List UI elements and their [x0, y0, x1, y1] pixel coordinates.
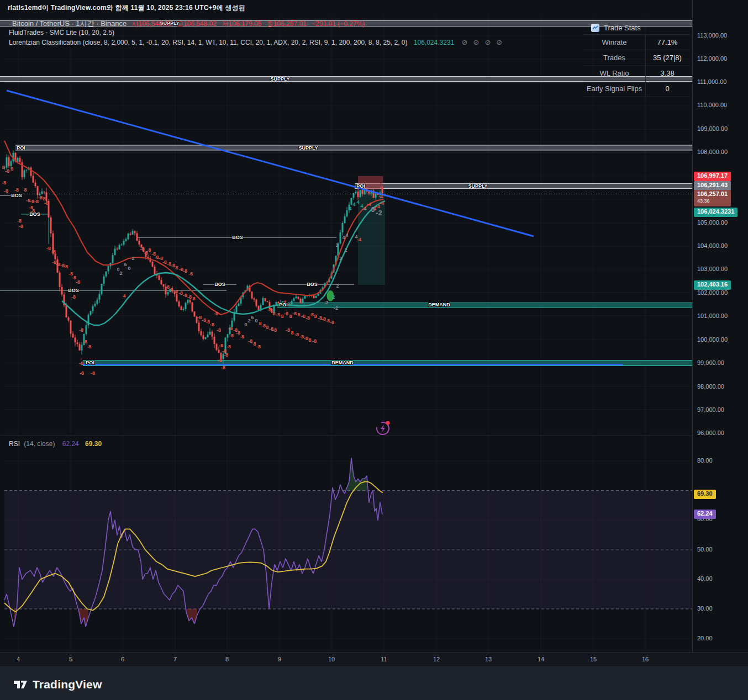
svg-text:-2: -2 — [334, 305, 338, 311]
svg-text:-8: -8 — [151, 251, 156, 257]
price-axis-tick: 104,000.00 — [697, 242, 728, 249]
svg-text:-8: -8 — [173, 289, 178, 294]
rsi-axis-tick: 50.00 — [697, 546, 713, 553]
symbol-title[interactable]: Bitcoin / TetherUS · 1시간 · Binance — [12, 19, 127, 28]
rsi-axis[interactable]: 80.0060.0050.0040.0030.0020.0069.3062.24 — [693, 436, 748, 652]
svg-text:-8: -8 — [229, 333, 234, 338]
time-axis-label: 8 — [225, 656, 229, 662]
trade-stats-value: 3.38 — [645, 66, 689, 81]
svg-text:POI: POI — [86, 360, 94, 365]
svg-text:2: 2 — [344, 247, 347, 253]
svg-text:8: 8 — [253, 341, 256, 347]
ohlc-low: 저106,179.05 — [222, 20, 261, 28]
ohlc-close: 종106,257.01 — [267, 20, 307, 28]
chart-canvas[interactable]: 8-8-8-88-88-8-8-8-88-8-8-8-8-8-8-8-8-8-8… — [0, 0, 748, 700]
trade-stats-label: WL Ratio — [583, 69, 645, 77]
svg-text:-8: -8 — [248, 338, 252, 344]
svg-text:-8: -8 — [56, 262, 60, 267]
svg-text:-8: -8 — [272, 327, 277, 333]
svg-text:4: 4 — [360, 203, 363, 209]
svg-text:-8: -8 — [44, 200, 49, 206]
svg-text:2: 2 — [247, 318, 250, 324]
indicator-smc-title[interactable]: FluidTrades - SMC Lite (10, 20, 2.5) — [9, 29, 114, 36]
svg-text:-8: -8 — [286, 327, 290, 333]
svg-text:-8: -8 — [206, 319, 210, 325]
svg-text:8: 8 — [192, 296, 195, 301]
trade-stats-row: Winrate77.1% — [583, 35, 691, 50]
supply-zone — [355, 184, 692, 189]
indicator-lorentzian-title[interactable]: Lorentzian Classification (close, 8, 2,0… — [9, 39, 408, 46]
svg-text:-8: -8 — [187, 294, 192, 300]
svg-text:0: 0 — [371, 205, 375, 214]
svg-text:-8: -8 — [217, 327, 221, 333]
svg-text:8: 8 — [24, 187, 27, 193]
time-axis-label: 13 — [485, 656, 492, 662]
rsi-name[interactable]: RSI — [9, 440, 20, 448]
rsi-legend[interactable]: RSI (14, close) 62.24 69.30 — [9, 440, 102, 448]
indicator-row-smc[interactable]: FluidTrades - SMC Lite (10, 20, 2.5) — [9, 28, 502, 38]
time-axis-label: 11 — [381, 656, 387, 662]
svg-text:8: 8 — [266, 325, 268, 330]
svg-text:2: 2 — [339, 256, 342, 261]
svg-text:0: 0 — [244, 322, 247, 327]
rsi-tag: 62.24 — [694, 510, 716, 519]
ohlc-high: 고106,548.02 — [177, 20, 217, 28]
trade-stats-row: WL Ratio3.38 — [583, 66, 691, 81]
indicator-row-lorentzian[interactable]: Lorentzian Classification (close, 8, 2,0… — [9, 38, 502, 47]
svg-text:-8: -8 — [183, 293, 187, 298]
indicator-disabled-alerts: ⊘⊘⊘⊘ — [456, 39, 503, 46]
alert-disabled-icon[interactable]: ⊘ — [462, 38, 468, 46]
auto-refresh-icon[interactable] — [375, 420, 391, 437]
time-axis-label: 4 — [17, 656, 20, 662]
alert-disabled-icon[interactable]: ⊘ — [496, 38, 502, 46]
svg-text:-8: -8 — [221, 365, 225, 370]
price-axis-tick: 101,000.00 — [697, 312, 728, 319]
svg-text:-8: -8 — [79, 360, 83, 366]
alert-disabled-icon[interactable]: ⊘ — [473, 38, 480, 46]
svg-text:8: 8 — [291, 330, 293, 336]
indicator-lorentzian-value: 106,024.3231 — [414, 39, 454, 46]
trade-stats-row: Trades35 (27|8) — [583, 50, 691, 66]
svg-text:8: 8 — [297, 312, 300, 317]
symbol-row[interactable]: Bitcoin / TetherUS · 1시간 · Binance 시106,… — [9, 19, 502, 28]
price-axis-tick: 102,000.00 — [697, 289, 728, 296]
svg-text:SUPPLY: SUPPLY — [270, 76, 289, 82]
trade-stats-value: 77.1% — [645, 35, 689, 50]
svg-text:6: 6 — [251, 315, 254, 320]
svg-text:6: 6 — [124, 262, 127, 267]
time-axis-label: 15 — [590, 656, 597, 662]
svg-text:-8: -8 — [304, 336, 308, 341]
price-axis[interactable]: 113,000.00112,000.00111,000.00110,000.00… — [693, 0, 748, 436]
svg-text:-8: -8 — [219, 343, 223, 348]
svg-text:-8: -8 — [325, 318, 330, 324]
svg-text:-8: -8 — [210, 322, 214, 327]
trade-stats-label: Early Signal Flips — [583, 84, 645, 93]
svg-text:8: 8 — [10, 166, 13, 172]
price-axis-tick: 103,000.00 — [697, 266, 728, 272]
svg-text:-8: -8 — [240, 334, 244, 340]
descending-trendline[interactable] — [7, 91, 534, 236]
price-axis-tick: 112,000.00 — [697, 55, 727, 62]
svg-text:4: 4 — [352, 201, 355, 207]
time-axis-label: 6 — [121, 656, 124, 662]
svg-text:-8: -8 — [91, 370, 95, 376]
candlestick-series — [4, 151, 383, 364]
price-tag: 106,257.0143:36 — [694, 190, 731, 206]
svg-text:4: 4 — [123, 293, 125, 299]
svg-text:BOS: BOS — [232, 235, 243, 240]
svg-text:-8: -8 — [276, 312, 280, 317]
svg-text:-8: -8 — [330, 320, 334, 325]
tradingview-logo[interactable]: TradingView — [13, 677, 102, 692]
svg-text:0: 0 — [255, 318, 257, 324]
svg-text:-8: -8 — [226, 344, 231, 349]
time-axis[interactable]: 45678910111213141516 — [0, 652, 748, 667]
alert-disabled-icon[interactable]: ⊘ — [484, 38, 491, 46]
svg-text:-8: -8 — [299, 334, 304, 340]
svg-text:-8: -8 — [38, 195, 43, 200]
svg-text:-8: -8 — [51, 249, 56, 254]
svg-text:-8: -8 — [267, 307, 272, 312]
svg-text:2: 2 — [332, 294, 335, 300]
trade-stats-value: 0 — [645, 81, 689, 96]
pane-separator[interactable] — [0, 436, 692, 436]
svg-text:8: 8 — [170, 287, 173, 293]
